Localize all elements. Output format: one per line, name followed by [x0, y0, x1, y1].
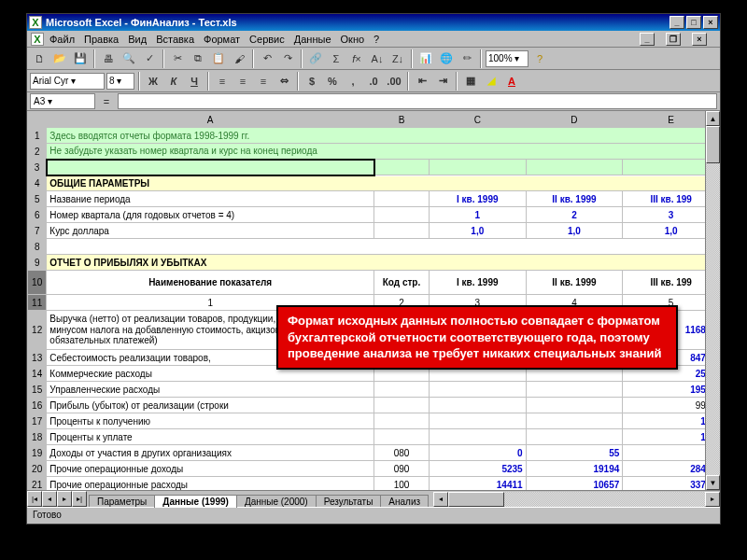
grid-row[interactable]: 3 [28, 160, 720, 175]
row-header[interactable]: 20 [28, 461, 47, 477]
row-header[interactable]: 8 [28, 239, 47, 255]
cell[interactable]: Здесь вводятся отчеты формата 1998-1999 … [47, 128, 720, 144]
cell[interactable]: 1 [429, 207, 526, 223]
italic-icon[interactable]: К [164, 72, 183, 91]
cell[interactable]: Проценты к уплате [47, 429, 374, 445]
underline-icon[interactable]: Ч [185, 72, 204, 91]
grid-row[interactable]: 9ОТЧЕТ О ПРИБЫЛЯХ И УБЫТКАХ [28, 255, 720, 271]
row-header[interactable]: 17 [28, 413, 47, 429]
grid-row[interactable]: 8 [28, 239, 720, 255]
grid-row[interactable]: 21Прочие операционные расходы10014411106… [28, 477, 720, 491]
menu-data[interactable]: Данные [294, 34, 331, 45]
open-icon[interactable]: 📂 [50, 49, 69, 68]
drawing-icon[interactable]: ✏ [458, 49, 476, 68]
row-header[interactable]: 6 [28, 207, 47, 223]
cell[interactable]: 100 [374, 477, 430, 491]
font-size-combo[interactable]: 8 ▾ [106, 73, 134, 90]
vertical-scrollbar[interactable]: ▲ ▼ [705, 111, 720, 490]
hscroll-thumb[interactable] [448, 492, 504, 507]
sheet-tab[interactable]: Результаты [316, 495, 382, 508]
percent-icon[interactable]: % [323, 72, 342, 91]
row-header[interactable]: 16 [28, 398, 47, 413]
scroll-up-icon[interactable]: ▲ [706, 111, 720, 126]
cell[interactable]: Код стр. [374, 271, 430, 295]
menu-file[interactable]: Файл [49, 34, 75, 45]
cell[interactable] [374, 191, 430, 207]
column-headers[interactable]: ABCDE [28, 112, 720, 128]
row-header[interactable]: 12 [28, 311, 47, 350]
cell[interactable] [526, 398, 623, 413]
scroll-thumb[interactable] [706, 126, 720, 163]
tab-first-icon[interactable]: |◂ [27, 491, 42, 507]
workbook-icon[interactable]: X [31, 33, 44, 46]
chart-icon[interactable]: 📊 [416, 49, 435, 68]
cell[interactable]: ОТЧЕТ О ПРИБЫЛЯХ И УБЫТКАХ [47, 255, 720, 271]
inc-decimal-icon[interactable]: .0 [364, 72, 383, 91]
bold-icon[interactable]: Ж [144, 72, 162, 91]
cell[interactable] [47, 239, 720, 255]
map-icon[interactable]: 🌐 [437, 49, 456, 68]
cell[interactable]: Номер квартала (для годовых отчетов = 4) [47, 207, 374, 223]
maximize-button[interactable]: □ [686, 16, 701, 29]
cell[interactable]: Название периода [47, 191, 374, 207]
grid-row[interactable]: 5Название периодаI кв. 1999II кв. 1999II… [28, 191, 720, 207]
grid-row[interactable]: 16Прибыль (убыток) от реализации (строки… [28, 398, 720, 413]
cell[interactable]: I кв. 1999 [429, 191, 526, 207]
grid-row[interactable]: 19Доходы от участия в других организация… [28, 445, 720, 461]
row-header[interactable]: 5 [28, 191, 47, 207]
comma-icon[interactable]: , [344, 72, 362, 91]
cell[interactable] [374, 413, 430, 429]
cell[interactable] [374, 382, 430, 398]
tab-prev-icon[interactable]: ◂ [42, 491, 57, 507]
autosum-icon[interactable]: Σ [327, 49, 345, 68]
row-header[interactable]: 9 [28, 255, 47, 271]
row-header[interactable]: 13 [28, 350, 47, 366]
menu-insert[interactable]: Вставка [156, 34, 194, 45]
function-icon[interactable]: f× [347, 49, 366, 68]
cell[interactable]: Наименование показателя [47, 271, 374, 295]
cell[interactable]: 1,0 [526, 223, 623, 239]
currency-icon[interactable]: $ [303, 72, 321, 91]
grid-row[interactable]: 1Здесь вводятся отчеты формата 1998-1999… [28, 128, 720, 144]
hyperlink-icon[interactable]: 🔗 [306, 49, 325, 68]
row-header[interactable]: 18 [28, 429, 47, 445]
row-header[interactable]: 21 [28, 477, 47, 491]
doc-minimize-button[interactable]: _ [640, 33, 655, 46]
undo-icon[interactable]: ↶ [258, 49, 276, 68]
cell[interactable]: 10657 [526, 477, 623, 491]
minimize-button[interactable]: _ [669, 16, 684, 29]
cell[interactable] [374, 398, 430, 413]
cut-icon[interactable]: ✂ [168, 49, 187, 68]
menu-window[interactable]: Окно [341, 34, 365, 45]
cell[interactable]: 0 [429, 445, 526, 461]
cell[interactable] [374, 160, 430, 175]
cell[interactable]: Курс доллара [47, 223, 374, 239]
row-header[interactable]: 7 [28, 223, 47, 239]
doc-close-button[interactable]: × [692, 33, 707, 46]
font-name-combo[interactable]: Arial Cyr ▾ [30, 73, 105, 90]
cell[interactable]: Прибыль (убыток) от реализации (строки [47, 398, 374, 413]
borders-icon[interactable]: ▦ [461, 72, 480, 91]
cell[interactable]: Прочие операционные доходы [47, 461, 374, 477]
format-painter-icon[interactable]: 🖌 [230, 49, 248, 68]
font-color-icon[interactable]: A [502, 72, 521, 91]
cell[interactable]: Управленческие расходы [47, 382, 374, 398]
inc-indent-icon[interactable]: ⇥ [433, 72, 452, 91]
scroll-down-icon[interactable]: ▼ [706, 475, 720, 490]
cell[interactable] [526, 429, 623, 445]
close-button[interactable]: × [703, 16, 718, 29]
cell[interactable] [429, 413, 526, 429]
dec-decimal-icon[interactable]: .00 [385, 72, 403, 91]
cell[interactable]: 080 [374, 445, 430, 461]
scroll-left-icon[interactable]: ◂ [433, 492, 448, 507]
menu-tools[interactable]: Сервис [249, 34, 285, 45]
cell[interactable] [429, 160, 526, 175]
new-icon[interactable]: 🗋 [30, 49, 49, 68]
grid-row[interactable]: 17Проценты к получению148 [28, 413, 720, 429]
cell[interactable] [526, 413, 623, 429]
menu-view[interactable]: Вид [128, 34, 147, 45]
cell[interactable]: 1,0 [429, 223, 526, 239]
cell[interactable]: ОБЩИЕ ПАРАМЕТРЫ [47, 175, 720, 191]
scroll-right-icon[interactable]: ▸ [705, 492, 720, 507]
align-center-icon[interactable]: ≡ [233, 72, 252, 91]
